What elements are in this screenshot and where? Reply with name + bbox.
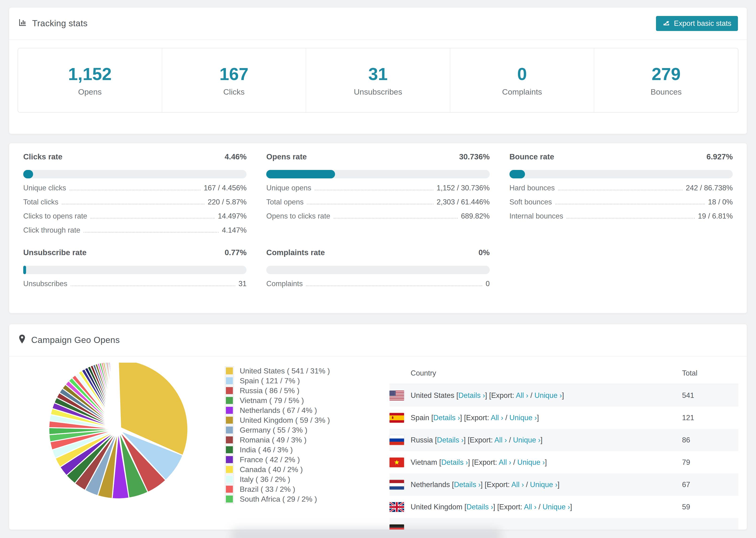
stat-value-unsubscribes: 31 <box>368 64 388 84</box>
text-fragment: ] <box>558 480 560 489</box>
legend-label: South Africa ( 29 / 2% ) <box>240 495 317 504</box>
export-unique-link-netherlands[interactable]: Unique › <box>530 480 557 489</box>
legend-item-spain[interactable]: Spain ( 121 / 7% ) <box>225 376 390 386</box>
export-all-link-spain[interactable]: All › <box>491 413 503 422</box>
text-fragment: ] <box>540 436 543 444</box>
details-link-netherlands[interactable]: Details › <box>454 480 481 489</box>
stat-value-clicks: 167 <box>220 64 248 84</box>
rate-metric-row-unique-clicks: Unique clicks167 / 4.456% <box>23 184 246 192</box>
flag-us-icon <box>390 391 404 401</box>
flag-gb-icon <box>390 502 404 512</box>
tracking-stats-page: Tracking stats Export basic stats 1,152O… <box>0 0 756 538</box>
legend-item-germany[interactable]: Germany ( 55 / 3% ) <box>225 425 390 435</box>
rate-value: 0% <box>478 248 490 257</box>
country-cell: Russia [Details ›] [Export: All › / Uniq… <box>390 435 682 445</box>
page-title: Tracking stats <box>32 19 87 28</box>
legend-label: Spain ( 121 / 7% ) <box>240 377 300 385</box>
legend-item-russia[interactable]: Russia ( 86 / 5% ) <box>225 386 390 396</box>
rate-metric-value: 31 <box>239 279 246 288</box>
geo-country-table: Country Total United States [Details ›] … <box>390 363 738 530</box>
rate-block-clicks-rate: Clicks rate4.46%Unique clicks167 / 4.456… <box>23 152 246 235</box>
legend-item-united-states[interactable]: United States ( 541 / 31% ) <box>225 366 390 376</box>
rate-block-bounce-rate: Bounce rate6.927%Hard bounces242 / 86.73… <box>510 152 733 235</box>
flag-es-icon <box>390 413 404 423</box>
rate-metric-row-internal-bounces: Internal bounces19 / 6.81% <box>510 212 733 221</box>
export-all-link-united-kingdom[interactable]: All › <box>524 503 536 511</box>
rate-metric-value: 167 / 4.456% <box>204 184 247 192</box>
legend-item-india[interactable]: India ( 46 / 3% ) <box>225 445 390 455</box>
legend-swatch-italy <box>225 475 234 484</box>
rate-head-bounce-rate: Bounce rate6.927% <box>510 152 733 162</box>
export-unique-link-united-kingdom[interactable]: Unique › <box>543 503 570 511</box>
stats-summary-row: 1,152Opens167Clicks31Unsubscribes0Compla… <box>18 48 738 113</box>
export-all-link-russia[interactable]: All › <box>495 436 507 444</box>
text-fragment: ] <box>537 413 539 422</box>
rate-head-clicks-rate: Clicks rate4.46% <box>23 152 246 162</box>
legend-item-netherlands[interactable]: Netherlands ( 67 / 4% ) <box>225 405 390 415</box>
dotted-leader <box>306 286 482 286</box>
text-fragment: ] <box>460 413 464 422</box>
stat-cell-opens: 1,152Opens <box>18 48 162 112</box>
legend-swatch-germany <box>225 426 234 434</box>
export-all-link-netherlands[interactable]: All › <box>512 480 524 489</box>
export-unique-link-russia[interactable]: Unique › <box>513 436 540 444</box>
dotted-leader <box>334 218 458 219</box>
rate-metric-row-total-opens: Total opens2,303 / 61.446% <box>266 198 490 207</box>
rate-metric-row-total-clicks: Total clicks220 / 5.87% <box>23 198 246 207</box>
legend-label: India ( 46 / 3% ) <box>240 446 293 454</box>
geo-pie-chart <box>19 363 225 530</box>
text-fragment: ] <box>562 391 564 400</box>
total-column-header: Total <box>682 369 738 377</box>
details-link-vietnam[interactable]: Details › <box>441 458 468 466</box>
rate-title: Opens rate <box>266 152 307 161</box>
legend-swatch-netherlands <box>225 406 234 414</box>
pie-slice-other-46[interactable] <box>118 367 118 380</box>
legend-item-france[interactable]: France ( 42 / 2% ) <box>225 455 390 464</box>
rate-progress-track <box>23 266 246 274</box>
legend-item-romania[interactable]: Romania ( 49 / 3% ) <box>225 435 390 445</box>
text-fragment: [Export: <box>489 391 516 400</box>
page-bottom-shadow <box>231 528 501 538</box>
details-link-united-kingdom[interactable]: Details › <box>466 503 493 511</box>
legend-item-canada[interactable]: Canada ( 40 / 2% ) <box>225 464 390 474</box>
text-fragment: ] <box>570 503 572 511</box>
details-link-russia[interactable]: Details › <box>437 436 464 444</box>
text-fragment: ] <box>468 458 472 466</box>
export-unique-link-united-states[interactable]: Unique › <box>534 391 562 400</box>
legend-item-brazil[interactable]: Brazil ( 33 / 2% ) <box>225 484 390 494</box>
export-unique-link-vietnam[interactable]: Unique › <box>517 458 545 466</box>
stat-label-complaints: Complaints <box>502 87 542 96</box>
legend-swatch-brazil <box>225 485 234 493</box>
details-link-united-states[interactable]: Details › <box>458 391 485 400</box>
legend-item-vietnam[interactable]: Vietnam ( 79 / 5% ) <box>225 396 390 405</box>
rate-metric-label: Unique opens <box>266 184 311 192</box>
rate-value: 30.736% <box>459 152 490 161</box>
legend-label: United States ( 541 / 31% ) <box>240 367 330 375</box>
legend-item-united-kingdom[interactable]: United Kingdom ( 59 / 3% ) <box>225 415 390 425</box>
export-all-link-vietnam[interactable]: All › <box>499 458 511 466</box>
export-unique-link-spain[interactable]: Unique › <box>509 413 537 422</box>
stat-cell-bounces: 279Bounces <box>594 48 738 112</box>
rate-progress-track <box>23 170 246 178</box>
export-all-link-united-states[interactable]: All › <box>516 391 528 400</box>
rate-metric-value: 18 / 0% <box>708 198 733 207</box>
legend-item-south-africa[interactable]: South Africa ( 29 / 2% ) <box>225 494 390 504</box>
details-link-spain[interactable]: Details › <box>433 413 460 422</box>
legend-label: Brazil ( 33 / 2% ) <box>240 485 296 494</box>
stat-label-unsubscribes: Unsubscribes <box>354 87 402 96</box>
export-basic-stats-button[interactable]: Export basic stats <box>656 16 738 31</box>
rate-block-opens-rate: Opens rate30.736%Unique opens1,152 / 30.… <box>266 152 490 235</box>
dotted-leader <box>70 190 200 190</box>
geo-pie-legend: United States ( 541 / 31% )Spain ( 121 /… <box>225 363 390 530</box>
legend-item-italy[interactable]: Italy ( 36 / 2% ) <box>225 474 390 484</box>
rate-metric-label: Opens to clicks rate <box>266 212 330 221</box>
legend-label: Romania ( 49 / 3% ) <box>240 436 307 444</box>
stat-value-complaints: 0 <box>517 64 527 84</box>
dotted-leader <box>555 204 705 204</box>
flag-ru-icon <box>390 435 404 445</box>
geo-table-row-russia: Russia [Details ›] [Export: All › / Uniq… <box>390 429 738 451</box>
legend-label: Italy ( 36 / 2% ) <box>240 475 290 484</box>
country-cell: Vietnam [Details ›] [Export: All › / Uni… <box>390 457 682 467</box>
text-fragment: / <box>511 458 517 466</box>
rate-progress-fill <box>23 266 26 274</box>
